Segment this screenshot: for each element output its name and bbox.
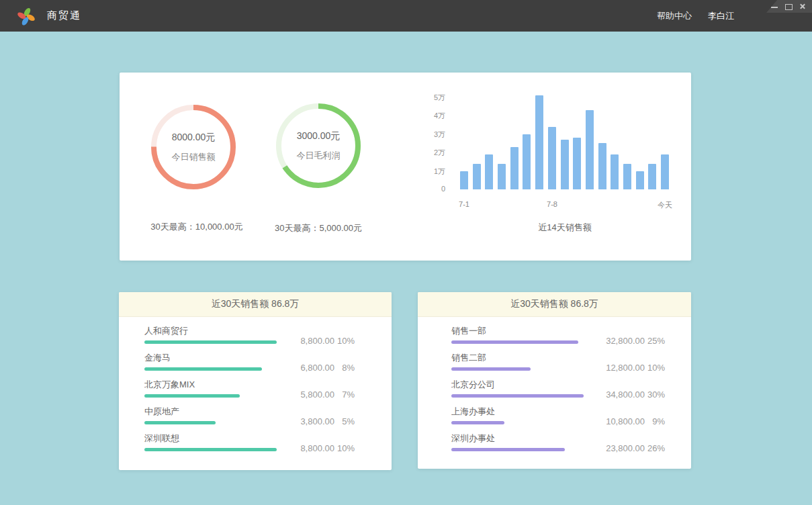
rank-row: 销售二部12,800.0010% [418, 353, 691, 380]
rank-item-amount: 5,800.00 [282, 389, 334, 400]
app-logo-pinwheel-icon [16, 6, 36, 26]
rank-item-values: 10,800.009% [592, 416, 665, 426]
chart-bar [623, 164, 631, 189]
rank-item-amount: 12,800.00 [592, 363, 645, 373]
rank-item-name: 北京分公司 [451, 380, 691, 389]
chart-bar [548, 127, 556, 189]
rank-item-name: 中原地产 [144, 407, 392, 416]
rank-row: 深圳办事处23,800.0026% [418, 434, 691, 461]
rank-bar [451, 340, 578, 344]
rank-bar-track [144, 394, 277, 398]
rank-item-name: 上海办事处 [451, 407, 691, 416]
chart-bar [611, 154, 619, 189]
rank-bar-track [451, 421, 584, 424]
rank-row: 北京万象MIX5,800.007% [119, 380, 392, 407]
rank-item-values: 34,800.0030% [592, 389, 665, 400]
rank-item-name: 金海马 [144, 353, 392, 363]
rank-item-name: 北京万象MIX [144, 380, 392, 389]
rank-item-percent: 10% [334, 336, 355, 346]
rank-item-values: 8,800.0010% [282, 443, 355, 453]
rank-item-name: 销售二部 [451, 353, 691, 363]
chart-bar [460, 171, 468, 189]
rank-bar [451, 394, 584, 398]
rank-item-name: 人和商贸行 [144, 326, 392, 336]
chart-bar [636, 171, 644, 189]
chart-bar [535, 95, 543, 189]
chart-bar [485, 154, 493, 189]
chart-bar [573, 138, 581, 189]
rank-bar-track [451, 448, 584, 451]
rank-bar-track [451, 367, 584, 371]
y-tick-label: 3万 [417, 130, 445, 140]
rank-item-percent: 25% [645, 336, 665, 346]
rank-bar [144, 340, 277, 344]
rank-item-name: 深圳办事处 [451, 434, 691, 443]
rank-card-title: 近30天销售额 86.8万 [418, 292, 691, 317]
rank-item-amount: 8,800.00 [282, 336, 334, 346]
rank-row: 北京分公司34,800.0030% [418, 380, 691, 407]
rank-item-amount: 3,800.00 [282, 416, 334, 426]
rank-bar [451, 448, 565, 451]
rank-row: 人和商贸行8,800.0010% [119, 326, 392, 353]
rank-bar-track [144, 448, 277, 451]
rank-bar-track [451, 394, 584, 398]
rank-bar-track [144, 367, 277, 371]
rank-bar [144, 394, 240, 398]
rank-item-amount: 32,800.00 [592, 336, 645, 346]
chart-bar [598, 143, 606, 189]
rank-bar-track [451, 340, 584, 344]
rank-row: 上海办事处10,800.009% [418, 407, 691, 434]
rank-item-amount: 34,800.00 [592, 389, 645, 400]
rank-bar [451, 367, 531, 371]
rank-item-values: 5,800.007% [282, 389, 355, 400]
chart-bar [648, 164, 656, 189]
y-tick-label: 5万 [417, 93, 445, 103]
help-center-link[interactable]: 帮助中心 [657, 10, 692, 22]
close-icon[interactable] [799, 3, 806, 10]
chart-bar [586, 110, 594, 189]
x-tick-label: 7-1 [459, 200, 469, 208]
chart-bar [561, 140, 569, 189]
rank-list: 销售一部32,800.0025%销售二部12,800.0010%北京分公司34,… [418, 317, 691, 461]
rank-bar-track [144, 340, 277, 344]
current-user-link[interactable]: 李白江 [708, 10, 734, 22]
rank-row: 销售一部32,800.0025% [418, 326, 691, 353]
y-tick-label: 1万 [417, 167, 445, 177]
titlebar: 商贸通 帮助中心 李白江 [0, 0, 812, 32]
rank-item-percent: 7% [334, 389, 355, 400]
rank-item-name: 深圳联想 [144, 434, 392, 443]
customer-sales-rank-card: 近30天销售额 86.8万 人和商贸行8,800.0010%金海马6,800.0… [119, 292, 392, 470]
rank-item-percent: 8% [334, 363, 355, 373]
rank-item-percent: 30% [645, 389, 665, 400]
rank-item-amount: 8,800.00 [282, 443, 334, 453]
rank-item-values: 3,800.005% [282, 416, 355, 426]
y-tick-label: 4万 [417, 111, 445, 121]
rank-bar [451, 421, 504, 424]
bar-series [460, 89, 669, 189]
rank-row: 中原地产3,800.005% [119, 407, 392, 434]
rank-item-percent: 5% [334, 416, 355, 426]
y-tick-label: 0 [417, 185, 445, 193]
rank-item-percent: 9% [645, 416, 665, 426]
rank-item-percent: 26% [645, 443, 665, 453]
sales-14day-bar-chart: 01万2万3万4万5万 7-17-8今天 近14天销售额 [120, 73, 691, 261]
rank-bar [144, 367, 262, 371]
bar-chart-title: 近14天销售额 [538, 222, 591, 234]
rank-item-percent: 10% [334, 443, 355, 453]
chart-bar [498, 164, 506, 189]
rank-item-values: 12,800.0010% [592, 363, 665, 373]
x-tick-label: 7-8 [547, 200, 557, 208]
rank-item-name: 销售一部 [451, 326, 691, 336]
y-tick-label: 2万 [417, 148, 445, 158]
rank-item-amount: 10,800.00 [592, 416, 645, 426]
rank-item-values: 8,800.0010% [282, 336, 355, 346]
rank-card-title: 近30天销售额 86.8万 [119, 292, 392, 317]
rank-item-percent: 10% [645, 363, 665, 373]
chart-bar [510, 147, 518, 189]
department-sales-rank-card: 近30天销售额 86.8万 销售一部32,800.0025%销售二部12,800… [418, 292, 691, 469]
rank-bar [144, 448, 277, 451]
maximize-icon[interactable] [785, 3, 792, 10]
rank-item-amount: 23,800.00 [592, 443, 645, 453]
rank-list: 人和商贸行8,800.0010%金海马6,800.008%北京万象MIX5,80… [119, 317, 392, 461]
chart-bar [473, 164, 481, 189]
